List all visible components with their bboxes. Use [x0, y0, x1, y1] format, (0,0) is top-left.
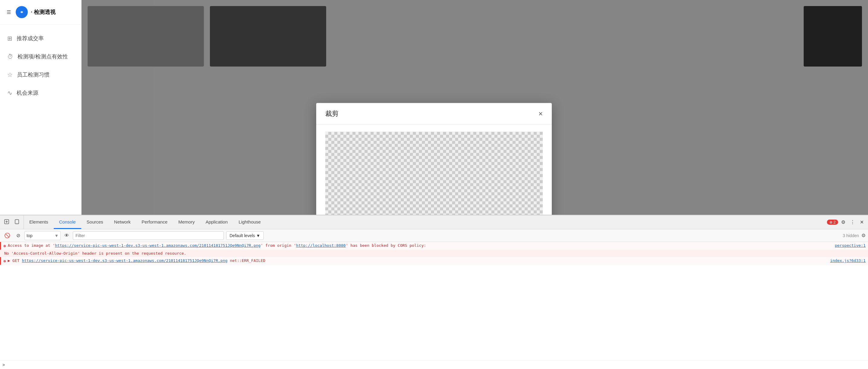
sidebar-item-opportunity[interactable]: ∿ 机会来源 — [0, 84, 81, 102]
devtools-device-button[interactable] — [13, 218, 21, 227]
devtools-panel: Elements Console Sources Network Perform… — [0, 215, 868, 369]
context-chevron: ▼ — [54, 233, 59, 238]
sidebar-nav: ⊞ 推荐成交率 ⏱ 检测项/检测点有效性 ☆ 员工检测习惯 ∿ 机会来源 — [0, 25, 81, 107]
console-prompt: > — [0, 360, 868, 369]
console-line-3: ⊗ ▶ GET https://service-pic-us-west-1-de… — [0, 257, 868, 265]
error-badge: ⊗ 2 — [827, 220, 838, 225]
tab-sources[interactable]: Sources — [81, 215, 109, 229]
console-line-1-source[interactable]: perspective:1 — [835, 243, 866, 248]
modal-header: 裁剪 × — [316, 103, 552, 124]
console-line-2-content: No 'Access-Control-Allow-Origin' header … — [4, 251, 866, 256]
error-icon-3: ⊗ — [3, 259, 6, 263]
modal-close-button[interactable]: × — [538, 110, 543, 117]
origin-url-1[interactable]: http://localhost:8080 — [296, 243, 345, 248]
grid-icon: ⊞ — [7, 35, 12, 42]
sidebar-item-employee[interactable]: ☆ 员工检测习惯 — [0, 66, 81, 84]
devtools-settings-button[interactable]: ⚙ — [839, 218, 847, 226]
devtools-close-button[interactable]: ✕ — [858, 218, 866, 226]
sidebar-item-label: 检测项/检测点有效性 — [18, 53, 68, 60]
prompt-caret: > — [2, 362, 5, 367]
clock-icon: ⏱ — [7, 53, 13, 60]
eye-button[interactable]: 👁 — [63, 232, 70, 239]
logo — [16, 6, 28, 18]
sidebar-item-label: 推荐成交率 — [17, 35, 44, 42]
levels-button[interactable]: Default levels ▼ — [226, 231, 264, 240]
tab-elements[interactable]: Elements — [24, 215, 54, 229]
sidebar-item-conversion[interactable]: ⊞ 推荐成交率 — [0, 29, 81, 48]
error-icon-1: ⊗ — [3, 244, 6, 248]
modal-title: 裁剪 — [325, 109, 339, 118]
console-line-1: ⊗ Access to image at 'https://service-pi… — [0, 242, 868, 250]
svg-point-3 — [17, 223, 17, 223]
error-count: 2 — [834, 220, 836, 224]
console-gear-button[interactable]: ⚙ — [861, 233, 866, 238]
error-url-1[interactable]: https://service-pic-us-west-1-dev.s3-us-… — [55, 243, 261, 248]
chart-icon: ∿ — [7, 89, 12, 96]
crop-preview-area[interactable] — [325, 132, 543, 226]
error-x-icon: ⊗ — [829, 220, 832, 224]
devtools-inspect-button[interactable] — [2, 218, 11, 227]
console-line-2: No 'Access-Control-Allow-Origin' header … — [0, 250, 868, 257]
hamburger-button[interactable]: ☰ — [5, 8, 13, 16]
sidebar-item-label: 机会来源 — [17, 89, 38, 96]
tab-memory[interactable]: Memory — [173, 215, 200, 229]
devtools-more-button[interactable]: ⋮ — [848, 218, 857, 226]
console-filter-button[interactable]: ⊘ — [14, 231, 22, 239]
console-clear-button[interactable]: 🚫 — [2, 231, 12, 239]
brand-name: · 检测透视 — [31, 8, 56, 16]
star-icon: ☆ — [7, 71, 13, 78]
tab-application[interactable]: Application — [200, 215, 233, 229]
console-line-1-content: Access to image at 'https://service-pic-… — [7, 243, 835, 248]
devtools-left-icons — [0, 215, 24, 229]
context-select[interactable]: top ▼ — [25, 231, 61, 240]
console-filter-input[interactable] — [73, 231, 224, 240]
console-input[interactable] — [7, 362, 866, 367]
levels-chevron: ▼ — [256, 233, 260, 238]
error-url-3[interactable]: https://service-pic-us-west-1-dev.s3-us-… — [22, 258, 227, 263]
console-line-3-source[interactable]: index.js?6d33:1 — [830, 258, 866, 263]
sidebar-item-detection[interactable]: ⏱ 检测项/检测点有效性 — [0, 48, 81, 66]
hidden-count: 3 hidden — [843, 233, 859, 238]
tab-lighthouse[interactable]: Lighthouse — [233, 215, 266, 229]
devtools-toolbar: Elements Console Sources Network Perform… — [0, 215, 868, 229]
console-line-3-content: ▶ GET https://service-pic-us-west-1-dev.… — [7, 258, 830, 263]
devtools-right-icons: ⊗ 2 ⚙ ⋮ ✕ — [825, 218, 868, 226]
devtools-second-bar: 🚫 ⊘ top ▼ 👁 Default levels ▼ 3 hidden ⚙ — [0, 229, 868, 242]
tab-network[interactable]: Network — [109, 215, 136, 229]
tab-console[interactable]: Console — [54, 215, 81, 229]
console-output: ⊗ Access to image at 'https://service-pi… — [0, 242, 868, 360]
devtools-tabs: Elements Console Sources Network Perform… — [24, 215, 825, 229]
tab-performance[interactable]: Performance — [136, 215, 173, 229]
sidebar-item-label: 员工检测习惯 — [17, 71, 50, 78]
sidebar-header: ☰ · 检测透视 — [0, 0, 81, 25]
